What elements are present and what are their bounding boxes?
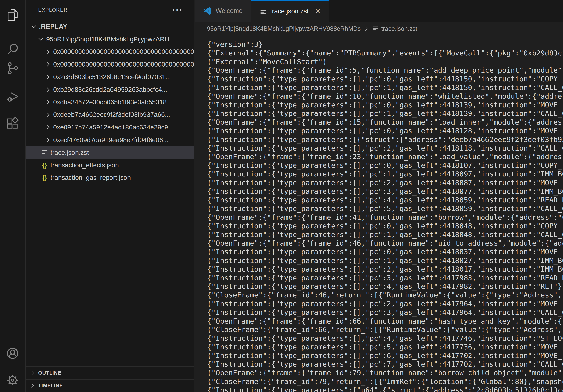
search-button[interactable] xyxy=(0,39,25,59)
code-line: {"External":{"Summary":{"name":"PTBSumma… xyxy=(195,49,563,57)
sidebar-section-label: TIMELINE xyxy=(38,383,63,389)
list-icon xyxy=(260,8,267,15)
sidebar-section-header[interactable]: OUTLINE xyxy=(26,366,194,379)
code-line: {"version":3} xyxy=(195,40,563,49)
source-control-button[interactable] xyxy=(0,58,25,78)
tree-item[interactable]: {} 0x2c8d603bc51326b8c13cef9dd07031... xyxy=(26,71,194,83)
tab-label: Welcome xyxy=(216,7,243,15)
sidebar-header: EXPLORER ··· xyxy=(26,0,194,20)
tree-item-label: 0xe0917b74a5912e4ad186ac634e29c9... xyxy=(53,124,173,131)
code-line: {"OpenFrame":{"frame":{"frame_id":23,"fu… xyxy=(195,152,563,161)
tab-bar: Welcome trace.json.zst × xyxy=(195,0,563,22)
tree-item-label: 0xb29d83c26cdd2a64959263abbcfc4... xyxy=(53,86,167,93)
code-line: {"Instruction":{"type_parameters":[],"pc… xyxy=(195,282,563,291)
code-line: {"Instruction":{"type_parameters":[],"pc… xyxy=(195,75,563,83)
tree-item[interactable]: {} 0xe0917b74a5912e4ad186ac634e29c9... xyxy=(26,121,194,134)
gear-icon xyxy=(5,372,20,388)
chevron-icon xyxy=(45,99,51,105)
tree-item[interactable]: {} transaction_effects.json xyxy=(26,159,194,171)
tree-item-label: transaction_effects.json xyxy=(51,161,119,169)
code-line: {"Instruction":{"type_parameters":[],"pc… xyxy=(195,161,563,170)
code-line: {"Instruction":{"type_parameters":[],"pc… xyxy=(195,109,563,118)
code-line: {"OpenFrame":{"frame":{"frame_id":79,"fu… xyxy=(195,368,563,377)
file-tree: {} .REPLAY {} 95oR1YipjSnqd18K4BMshkLgPi… xyxy=(26,20,194,184)
account-icon xyxy=(5,346,20,361)
chevron-icon xyxy=(38,36,44,43)
code-line: {"Instruction":{"type_parameters":[],"pc… xyxy=(195,83,563,92)
tree-item[interactable]: {} .REPLAY xyxy=(26,20,194,33)
code-line: {"Instruction":{"type_parameters":[],"pc… xyxy=(195,101,563,109)
code-line: {"OpenFrame":{"frame":{"frame_id":10,"fu… xyxy=(195,92,563,101)
settings-button[interactable] xyxy=(0,370,25,390)
tree-item-label: 0x00000000000000000000000000000000000000… xyxy=(53,48,194,55)
tree-item-label: transaction_gas_report.json xyxy=(51,174,131,181)
tree-item-label: 0xdeeb7a4662eec9f2f3def03fb937a66... xyxy=(53,111,170,118)
tab-welcome[interactable]: Welcome xyxy=(195,0,251,22)
tree-item-label: trace.json.zst xyxy=(51,149,89,156)
code-line: {"Instruction":{"type_parameters":[],"pc… xyxy=(195,222,563,230)
chevron-icon xyxy=(45,74,51,80)
explorer-button[interactable] xyxy=(0,5,25,25)
tree-item[interactable]: {} 0x00000000000000000000000000000000000… xyxy=(26,58,194,71)
code-line: {"Instruction":{"type_parameters":[],"pc… xyxy=(195,256,563,265)
sidebar-title: EXPLORER xyxy=(38,7,67,13)
code-line: {"Instruction":{"type_parameters":[],"pc… xyxy=(195,274,563,282)
tree-item[interactable]: {} 0xb29d83c26cdd2a64959263abbcfc4... xyxy=(26,83,194,96)
tree-item[interactable]: {} 0x00000000000000000000000000000000000… xyxy=(26,46,194,58)
code-line: {"Instruction":{"type_parameters":[],"pc… xyxy=(195,230,563,239)
sidebar-section-label: OUTLINE xyxy=(38,370,61,376)
chevron-icon xyxy=(30,23,37,30)
tree-item[interactable]: {} 0xdba34672e30cb065b1f93e3ab55318... xyxy=(26,96,194,109)
close-icon[interactable]: × xyxy=(315,8,320,15)
code-line: {"Instruction":{"type_parameters":["u64"… xyxy=(195,386,563,392)
code-line: {"Instruction":{"type_parameters":[],"pc… xyxy=(195,204,563,213)
source-control-icon xyxy=(5,61,20,76)
code-line: {"Instruction":{"type_parameters":[],"pc… xyxy=(195,308,563,317)
tree-item-label: 0xdba34672e30cb065b1f93e3ab55318... xyxy=(53,99,172,106)
vscode-logo-icon xyxy=(203,6,212,15)
sidebar-bottom-panels: OUTLINE TIMELINE xyxy=(26,366,194,392)
code-line: {"Instruction":{"type_parameters":[],"pc… xyxy=(195,300,563,308)
tree-item[interactable]: {} 95oR1YipjSnqd18K4BMshkLgPijypwzARH... xyxy=(26,33,194,46)
code-line: {"Instruction":{"type_parameters":[],"pc… xyxy=(195,265,563,274)
tree-item[interactable]: {} 0xdeeb7a4662eec9f2f3def03fb937a66... xyxy=(26,109,194,121)
chevron-icon xyxy=(45,137,51,143)
code-line: {"OpenFrame":{"frame":{"frame_id":5,"fun… xyxy=(195,66,563,75)
run-debug-button[interactable] xyxy=(0,86,25,106)
tree-item-label: 0xecf47609d7da919ea98e7fd04f6e06... xyxy=(53,136,168,144)
more-actions-button[interactable]: ··· xyxy=(172,8,183,12)
json-icon: {} xyxy=(41,162,48,169)
list-icon xyxy=(372,26,379,32)
code-line: {"Instruction":{"type_parameters":[],"pc… xyxy=(195,196,563,204)
tree-item[interactable]: {} 0xecf47609d7da919ea98e7fd04f6e06... xyxy=(26,134,194,146)
code-line: {"Instruction":{"type_parameters":[],"pc… xyxy=(195,334,563,343)
code-line: {"Instruction":{"type_parameters":[],"pc… xyxy=(195,127,563,135)
chevron-icon xyxy=(45,48,51,55)
chevron-icon xyxy=(45,111,51,118)
tab-trace-json-zst[interactable]: trace.json.zst × xyxy=(251,0,329,22)
code-line: {"External":"MoveCallStart"} xyxy=(195,57,563,66)
code-line: {"OpenFrame":{"frame":{"frame_id":66,"fu… xyxy=(195,317,563,326)
accounts-button[interactable] xyxy=(0,343,25,363)
tree-item[interactable]: {} transaction_gas_report.json xyxy=(26,171,194,184)
breadcrumb-file[interactable]: trace.json.zst xyxy=(381,25,417,32)
breadcrumb-folder[interactable]: 95oR1YipjSnqd18K4BMshkLgPijypwzARHV988eR… xyxy=(207,25,361,32)
chevron-right-icon xyxy=(30,383,36,389)
tree-item-label: 0x2c8d603bc51326b8c13cef9dd07031... xyxy=(53,73,171,81)
code-line: {"OpenFrame":{"frame":{"frame_id":15,"fu… xyxy=(195,118,563,127)
tab-label: trace.json.zst xyxy=(270,8,308,15)
code-line: {"Instruction":{"type_parameters":[],"pc… xyxy=(195,187,563,196)
chevron-right-icon xyxy=(30,370,36,376)
code-line: {"Instruction":{"type_parameters":[],"pc… xyxy=(195,178,563,187)
code-line: {"OpenFrame":{"frame":{"frame_id":46,"fu… xyxy=(195,239,563,248)
code-line: {"OpenFrame":{"frame":{"frame_id":41,"fu… xyxy=(195,213,563,222)
code-line: {"Instruction":{"type_parameters":[],"pc… xyxy=(195,248,563,256)
editor-content[interactable]: {"version":3}{"External":{"Summary":{"na… xyxy=(195,36,563,392)
tree-item[interactable]: {} trace.json.zst xyxy=(26,146,194,159)
list-icon xyxy=(41,149,48,156)
sidebar-section-header[interactable]: TIMELINE xyxy=(26,379,194,392)
sidebar-explorer: EXPLORER ··· {} .REPLAY {} 95oR1YipjSnqd… xyxy=(26,0,194,392)
extensions-button[interactable] xyxy=(0,114,25,134)
code-line: {"Instruction":{"type_parameters":[],"pc… xyxy=(195,170,563,178)
tree-item-label: .REPLAY xyxy=(39,23,67,30)
